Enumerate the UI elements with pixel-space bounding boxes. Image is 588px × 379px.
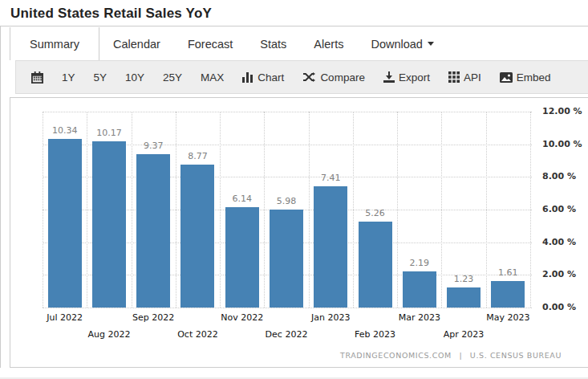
range-button-5y[interactable]: 5Y (94, 71, 107, 84)
y-axis-tick-label: 2.00 % (542, 269, 588, 279)
tab-summary[interactable]: Summary (10, 27, 99, 60)
tab-alerts-label: Alerts (314, 38, 343, 51)
y-axis-tick-label: 12.00 % (542, 106, 588, 116)
gridline-vertical (264, 112, 265, 308)
embed-button[interactable]: Embed (500, 71, 551, 84)
gridline-horizontal (43, 112, 532, 112)
bar-mar-2023[interactable] (403, 271, 436, 308)
page-title: United States Retail Sales YoY (0, 0, 588, 22)
api-grid-icon (448, 71, 460, 83)
compare-button[interactable]: Compare (302, 71, 365, 84)
bar-chart-plot-area[interactable]: 10.3410.179.378.776.145.987.415.262.191.… (43, 112, 530, 308)
api-button[interactable]: API (448, 71, 481, 84)
bar-jul-2022[interactable] (48, 139, 82, 308)
bar-value-label: 6.14 (218, 194, 266, 204)
x-axis-tick-label: Oct 2022 (164, 329, 231, 340)
x-axis-tick-label: Sep 2022 (120, 312, 187, 323)
chart-attribution: TRADINGECONOMICS.COM | U.S. CENSUS BUREA… (338, 351, 564, 360)
bar-oct-2022[interactable] (180, 165, 214, 308)
range-5y-label: 5Y (94, 71, 107, 84)
bar-feb-2023[interactable] (359, 222, 392, 308)
bar-chart-icon (242, 71, 253, 83)
export-download-icon (383, 71, 395, 83)
bar-may-2023[interactable] (491, 281, 525, 308)
bar-value-label: 7.41 (306, 173, 355, 183)
gridline-vertical (87, 112, 87, 308)
bar-value-label: 1.23 (440, 274, 488, 284)
bar-value-label: 1.61 (484, 267, 532, 278)
tab-forecast-label: Forecast (188, 38, 233, 51)
embed-image-icon (500, 72, 513, 83)
tab-download[interactable]: Download (357, 27, 448, 60)
bar-value-label: 5.26 (351, 208, 399, 218)
tab-calendar[interactable]: Calendar (99, 27, 174, 60)
bar-value-label: 10.17 (85, 128, 133, 138)
bar-nov-2022[interactable] (225, 207, 259, 308)
bar-value-label: 5.98 (262, 196, 310, 206)
tab-calendar-label: Calendar (113, 38, 160, 51)
compare-button-label: Compare (320, 71, 365, 84)
tab-stats-label: Stats (260, 38, 286, 51)
bar-apr-2023[interactable] (447, 287, 481, 308)
x-axis-tick-label: Apr 2023 (430, 329, 497, 340)
export-button-label: Export (399, 71, 430, 84)
y-axis-tick-label: 6.00 % (542, 204, 588, 214)
range-25y-label: 25Y (163, 71, 182, 84)
tab-bar: Summary Calendar Forecast Stats Alerts D… (1, 27, 588, 60)
chart-toolbar: 1Y 5Y 10Y 25Y MAX Chart Compare (15, 60, 588, 94)
embed-button-label: Embed (517, 71, 551, 84)
attribution-source-1: TRADINGECONOMICS.COM (340, 351, 452, 360)
bar-value-label: 2.19 (395, 258, 444, 268)
tab-download-label: Download (371, 38, 423, 51)
range-10y-label: 10Y (125, 71, 144, 84)
tab-summary-label: Summary (30, 38, 79, 51)
caret-down-icon (428, 42, 434, 46)
chart-type-button[interactable]: Chart (242, 71, 284, 84)
container-left-border (0, 26, 1, 368)
tab-stats[interactable]: Stats (246, 27, 300, 60)
x-axis-tick-label: Dec 2022 (253, 329, 320, 340)
y-axis-tick-label: 0.00 % (542, 302, 588, 312)
tab-alerts[interactable]: Alerts (300, 27, 357, 60)
bar-dec-2022[interactable] (270, 210, 303, 308)
export-button[interactable]: Export (383, 71, 430, 84)
chart-panel: 10.3410.179.378.776.145.987.415.262.191.… (10, 97, 588, 368)
x-axis-tick-label: Feb 2023 (342, 329, 409, 340)
bar-jan-2023[interactable] (314, 186, 347, 308)
attribution-separator: | (459, 351, 462, 360)
y-axis-tick-label: 4.00 % (542, 237, 588, 247)
y-axis-tick-label: 8.00 % (542, 171, 588, 181)
gridline-vertical (220, 112, 221, 308)
range-1y-label: 1Y (62, 71, 75, 84)
range-button-1y[interactable]: 1Y (62, 71, 75, 84)
calendar-icon (31, 71, 43, 84)
bar-value-label: 9.37 (129, 141, 177, 151)
calendar-button[interactable] (31, 71, 43, 84)
attribution-source-2: U.S. CENSUS BUREAU (470, 351, 562, 360)
bar-value-label: 10.34 (41, 125, 89, 136)
bar-sep-2022[interactable] (136, 154, 170, 308)
gridline-vertical (309, 112, 310, 308)
bar-aug-2022[interactable] (92, 141, 126, 308)
range-button-max[interactable]: MAX (201, 71, 224, 84)
page-header: United States Retail Sales YoY (0, 0, 588, 26)
api-button-label: API (464, 71, 481, 84)
x-axis-tick-label: Nov 2022 (209, 312, 276, 323)
range-max-label: MAX (201, 71, 224, 84)
gridline-horizontal (43, 308, 532, 308)
chart-button-label: Chart (258, 71, 284, 84)
gridline-vertical (530, 112, 531, 308)
gridline-vertical (43, 112, 43, 308)
range-button-25y[interactable]: 25Y (163, 71, 182, 84)
x-axis-tick-label: Mar 2023 (386, 312, 453, 323)
compare-shuffle-icon (302, 71, 316, 83)
x-axis-tick-label: Jan 2023 (297, 312, 364, 323)
y-axis-tick-label: 10.00 % (542, 139, 588, 149)
x-axis-tick-label: May 2023 (474, 312, 541, 323)
bar-value-label: 8.77 (173, 151, 221, 161)
x-axis-tick-label: Jul 2022 (31, 312, 99, 323)
tab-forecast[interactable]: Forecast (174, 27, 246, 60)
x-axis-tick-label: Aug 2022 (75, 329, 143, 340)
range-button-10y[interactable]: 10Y (125, 71, 144, 84)
